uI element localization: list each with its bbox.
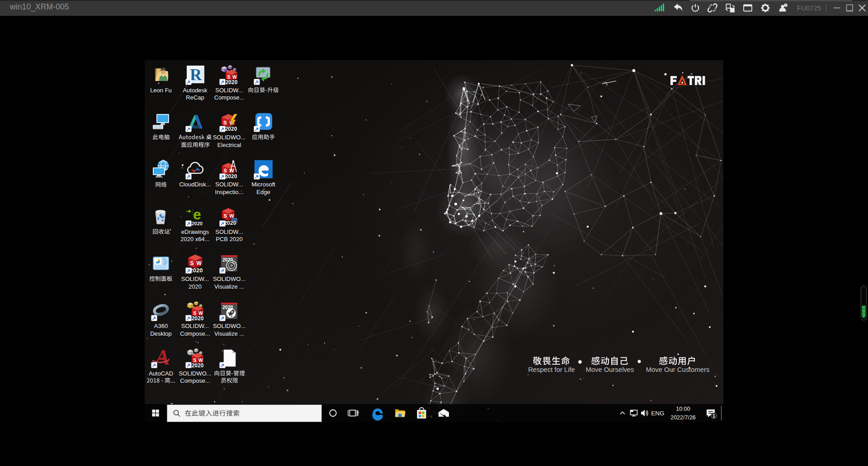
svg-text:S: S (224, 168, 227, 173)
svg-text:ENG: ENG (651, 410, 664, 417)
svg-text:S: S (223, 119, 227, 125)
svg-text:2020: 2020 (191, 315, 203, 321)
svg-text:2020: 2020 (225, 126, 237, 132)
svg-text:!: ! (785, 4, 786, 7)
svg-text:10:00: 10:00 (676, 406, 690, 412)
svg-text:W: W (229, 213, 234, 219)
svg-text:2020: 2020 (224, 220, 236, 226)
svg-text:2020: 2020 (225, 173, 237, 180)
svg-text:FU0725: FU0725 (797, 4, 821, 12)
svg-text:Move Ourselves: Move Ourselves (586, 366, 634, 373)
svg-text:R: R (190, 66, 202, 84)
svg-text:Respect for Life: Respect for Life (528, 366, 575, 373)
svg-text:Move Our Customers: Move Our Customers (646, 366, 710, 373)
svg-text:e: e (193, 207, 201, 223)
svg-text:2020: 2020 (191, 221, 202, 226)
svg-text:S: S (190, 260, 193, 266)
svg-text:1: 1 (712, 414, 715, 418)
svg-text:2020: 2020 (191, 362, 203, 368)
svg-text:S: S (224, 213, 227, 219)
svg-text:2020: 2020 (226, 79, 238, 86)
svg-text:2022/7/26: 2022/7/26 (670, 414, 696, 421)
svg-text:2020: 2020 (189, 267, 203, 274)
svg-text:W: W (196, 260, 202, 266)
svg-text:W: W (229, 168, 234, 173)
